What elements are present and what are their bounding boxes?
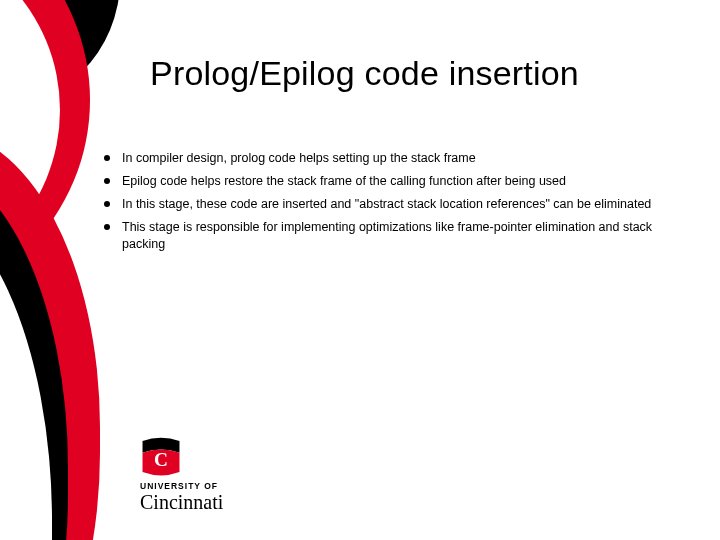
list-item: Epilog code helps restore the stack fram… [100,173,690,190]
logo-letter: C [154,449,168,470]
logo-name: Cincinnati [140,492,223,512]
list-item: This stage is responsible for implementi… [100,219,690,253]
slide: Prolog/Epilog code insertion In compiler… [0,0,720,540]
list-item: In this stage, these code are inserted a… [100,196,690,213]
slide-title: Prolog/Epilog code insertion [150,54,690,93]
slide-body: In compiler design, prolog code helps se… [100,150,690,258]
logo-text: UNIVERSITY OF Cincinnati [140,482,223,513]
list-item: In compiler design, prolog code helps se… [100,150,690,167]
logo-mark-icon: C [140,436,182,478]
university-logo: C UNIVERSITY OF Cincinnati [140,436,223,513]
bullet-list: In compiler design, prolog code helps se… [100,150,690,252]
logo-university-of: UNIVERSITY OF [140,482,223,491]
